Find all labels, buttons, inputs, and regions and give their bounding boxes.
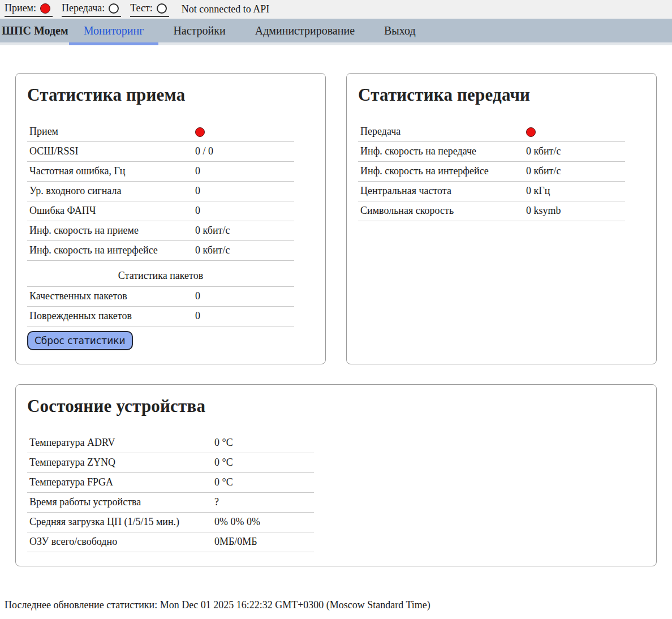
row-label: Время работы устройства: [29, 496, 214, 508]
tab-settings[interactable]: Настройки: [158, 19, 240, 42]
row-value: 0 °C: [214, 437, 314, 449]
row-label: Частотная ошибка, Гц: [29, 165, 195, 177]
rx-stats-table: ПриемОСШ/RSSI0 / 0Частотная ошибка, Гц0У…: [27, 122, 294, 261]
row-value: [195, 126, 294, 137]
row-value: 0 ksymb: [526, 205, 625, 217]
tx-stats-table: ПередачаИнф. скорость на передаче0 кбит/…: [358, 122, 625, 221]
tab-logout[interactable]: Выход: [369, 19, 430, 42]
row-value: 0: [195, 205, 294, 217]
row-label: Качественных пакетов: [29, 290, 195, 302]
row-value: 0МБ/0МБ: [214, 536, 314, 548]
row-value: 0 кбит/с: [526, 145, 625, 157]
test-status-group: Тест:: [130, 2, 169, 17]
table-row: Инф. скорость на интерфейсе0 кбит/с: [27, 241, 294, 261]
row-value: 0 °C: [214, 476, 314, 488]
row-value: 0 °C: [214, 457, 314, 468]
device-state-table: Температура ADRV0 °CТемпература ZYNQ0 °C…: [27, 433, 314, 552]
row-label: Средняя загрузка ЦП (1/5/15 мин.): [29, 516, 214, 528]
table-row: Температура ZYNQ0 °C: [27, 453, 314, 473]
row-label: Температура ADRV: [29, 437, 214, 449]
rx-status-group: Прием:: [5, 2, 53, 17]
table-row: Частотная ошибка, Гц0: [27, 162, 294, 182]
row-label: Центральная частота: [360, 185, 526, 197]
navbar: ШПС Модем Мониторинг Настройки Администр…: [0, 19, 672, 45]
tx-card-title: Статистика передачи: [358, 85, 645, 105]
table-row: ОСШ/RSSI0 / 0: [27, 142, 294, 162]
row-label: ОЗУ всего/свободно: [29, 536, 214, 548]
rx-status-label: Прием:: [5, 2, 36, 14]
test-status-label: Тест:: [130, 2, 153, 14]
table-row: Качественных пакетов0: [27, 287, 294, 307]
api-connection-status: Not connected to API: [182, 3, 269, 15]
row-label: Инф. скорость на интерфейсе: [360, 165, 526, 177]
table-row: Средняя загрузка ЦП (1/5/15 мин.)0% 0% 0…: [27, 513, 314, 532]
row-label: Поврежденных пакетов: [29, 310, 195, 322]
row-label: Температура FPGA: [29, 476, 214, 488]
packet-stats-table: Качественных пакетов0Поврежденных пакето…: [27, 287, 294, 326]
row-value: 0 кГц: [526, 185, 625, 197]
table-row: Ур. входного сигнала0: [27, 182, 294, 201]
row-label: ОСШ/RSSI: [29, 145, 195, 157]
row-label: Инф. скорость на приеме: [29, 225, 195, 237]
row-value: 0 / 0: [195, 145, 294, 157]
packet-stats-section: Статистика пакетов: [27, 261, 294, 287]
row-value: [526, 126, 625, 137]
test-led-icon: [157, 3, 167, 14]
rx-led-icon: [40, 3, 50, 14]
status-led-icon: [526, 127, 536, 137]
row-value: ?: [214, 496, 314, 508]
table-row: Инф. скорость на приеме0 кбит/с: [27, 221, 294, 241]
rx-card-title: Статистика приема: [27, 85, 314, 105]
tx-stats-card: Статистика передачи ПередачаИнф. скорост…: [346, 73, 657, 364]
table-row: Ошибка ФАПЧ0: [27, 201, 294, 221]
table-row: Символьная скорость0 ksymb: [358, 201, 625, 221]
row-value: 0 кбит/с: [195, 225, 294, 237]
table-row: Температура ADRV0 °C: [27, 433, 314, 453]
table-row: Время работы устройства?: [27, 493, 314, 513]
packet-stats-header: Статистика пакетов: [27, 261, 294, 287]
status-led-icon: [195, 127, 205, 137]
table-row: Центральная частота0 кГц: [358, 182, 625, 201]
table-row: Прием: [27, 122, 294, 142]
tx-status-label: Передача:: [62, 2, 105, 14]
row-value: 0 кбит/с: [195, 244, 294, 256]
row-value: 0% 0% 0%: [214, 516, 314, 528]
tx-led-icon: [109, 3, 119, 14]
row-label: Символьная скорость: [360, 205, 526, 217]
device-card-title: Состояние устройства: [27, 396, 645, 416]
row-label: Ошибка ФАПЧ: [29, 205, 195, 217]
row-value: 0: [195, 185, 294, 197]
row-label: Температура ZYNQ: [29, 457, 214, 468]
row-label: Ур. входного сигнала: [29, 185, 195, 197]
last-update-note: Последнее обновление статистики: Mon Dec…: [5, 599, 672, 611]
tab-administration[interactable]: Администрирование: [240, 19, 369, 42]
tab-monitoring[interactable]: Мониторинг: [69, 19, 159, 42]
row-value: 0: [195, 310, 294, 322]
row-value: 0: [195, 290, 294, 302]
table-row: Инф. скорость на интерфейсе0 кбит/с: [358, 162, 625, 182]
row-label: Инф. скорость на передаче: [360, 145, 526, 157]
rx-stats-card: Статистика приема ПриемОСШ/RSSI0 / 0Част…: [15, 73, 326, 364]
row-label: Инф. скорость на интерфейсе: [29, 244, 195, 256]
table-row: ОЗУ всего/свободно0МБ/0МБ: [27, 532, 314, 552]
table-row: Инф. скорость на передаче0 кбит/с: [358, 142, 625, 162]
tx-status-group: Передача:: [62, 2, 121, 17]
row-label: Прием: [29, 126, 195, 137]
reset-statistics-button[interactable]: Сброс статистики: [27, 331, 133, 350]
row-label: Передача: [360, 126, 526, 137]
table-row: Температура FPGA0 °C: [27, 473, 314, 493]
row-value: 0 кбит/с: [526, 165, 625, 177]
app-brand: ШПС Модем: [1, 19, 69, 42]
row-value: 0: [195, 165, 294, 177]
table-row: Поврежденных пакетов0: [27, 307, 294, 326]
table-row: Передача: [358, 122, 625, 142]
device-state-card: Состояние устройства Температура ADRV0 °…: [15, 384, 657, 566]
stats-cards-row: Статистика приема ПриемОСШ/RSSI0 / 0Част…: [15, 73, 657, 364]
status-bar: Прием: Передача: Тест: Not connected to …: [0, 0, 672, 19]
